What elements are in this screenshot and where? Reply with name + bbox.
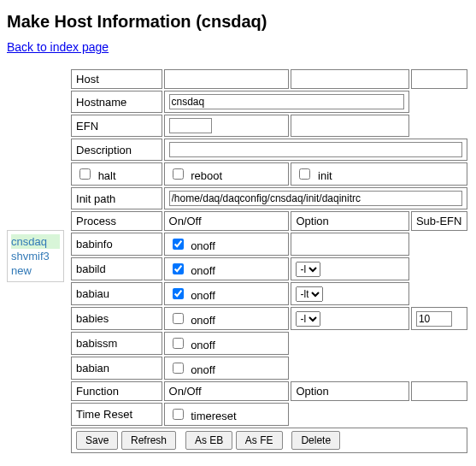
host-header: Host xyxy=(71,69,162,89)
onoff-label: onoff xyxy=(191,264,215,277)
save-button[interactable]: Save xyxy=(76,431,118,450)
hostname-label: Hostname xyxy=(71,91,162,113)
proc-name: babian xyxy=(71,357,162,380)
babild-option-select[interactable]: -l xyxy=(296,262,320,277)
onoff-label: onoff xyxy=(191,363,215,376)
onoff-label: onoff xyxy=(191,339,215,351)
delete-button[interactable]: Delete xyxy=(291,431,340,450)
desc-input[interactable] xyxy=(169,142,462,157)
proc-row: babissm onoff xyxy=(71,332,467,355)
proc-row: babian onoff xyxy=(71,357,467,380)
proc-name: babiau xyxy=(71,282,162,305)
timereset-label: timereset xyxy=(191,410,236,422)
process-header: Process xyxy=(71,211,162,231)
babies-subefn-input[interactable] xyxy=(416,311,452,327)
reboot-checkbox[interactable] xyxy=(173,168,184,180)
subefn-header: Sub-EFN xyxy=(411,211,467,231)
config-table: Host Hostname EFN Description xyxy=(69,68,469,455)
desc-label: Description xyxy=(71,139,162,161)
init-label: init xyxy=(318,169,332,182)
initpath-label: Init path xyxy=(71,187,162,209)
refresh-button[interactable]: Refresh xyxy=(121,431,176,450)
func-onoff-header: On/Off xyxy=(164,381,290,401)
func-name: Time Reset xyxy=(71,403,162,426)
proc-row: babies onoff -l xyxy=(71,307,467,330)
onoff-header: On/Off xyxy=(164,211,290,231)
efn-label: EFN xyxy=(71,115,162,137)
proc-name: babies xyxy=(71,307,162,330)
func-option-header: Option xyxy=(291,381,408,401)
halt-checkbox[interactable] xyxy=(79,168,91,180)
babissm-onoff-checkbox[interactable] xyxy=(173,338,184,349)
babiau-option-select[interactable]: -lt xyxy=(296,286,323,302)
onoff-label: onoff xyxy=(191,289,215,302)
proc-row: babinfo onoff xyxy=(71,233,467,256)
babinfo-onoff-checkbox[interactable] xyxy=(173,239,184,250)
proc-row: babiau onoff -lt xyxy=(71,282,467,305)
as-fe-button[interactable]: As FE xyxy=(236,431,283,450)
proc-name: babinfo xyxy=(71,233,162,256)
option-header: Option xyxy=(291,211,408,231)
hostname-input[interactable] xyxy=(169,94,404,109)
timereset-checkbox[interactable] xyxy=(173,409,184,420)
initpath-input[interactable] xyxy=(169,191,462,206)
babild-onoff-checkbox[interactable] xyxy=(173,263,184,274)
page-title: Make Host Information (cnsdaq) xyxy=(7,12,469,32)
back-link[interactable]: Back to index page xyxy=(7,40,109,54)
func-row: Time Reset timereset xyxy=(71,403,467,426)
host-sidebar: cnsdaq shvmif3 new xyxy=(7,230,64,282)
proc-name: babissm xyxy=(71,332,162,355)
babiau-onoff-checkbox[interactable] xyxy=(173,288,184,299)
babian-onoff-checkbox[interactable] xyxy=(173,363,184,374)
proc-name: babild xyxy=(71,257,162,280)
function-header: Function xyxy=(71,381,162,401)
halt-label: halt xyxy=(98,169,116,182)
init-checkbox[interactable] xyxy=(299,168,310,180)
onoff-label: onoff xyxy=(191,314,215,327)
sidebar-item-shvmif3[interactable]: shvmif3 xyxy=(11,249,60,263)
babies-option-select[interactable]: -l xyxy=(296,311,320,327)
proc-row: babild onoff -l xyxy=(71,257,467,280)
sidebar-item-cnsdaq[interactable]: cnsdaq xyxy=(11,234,60,249)
as-eb-button[interactable]: As EB xyxy=(185,431,232,450)
sidebar-item-new[interactable]: new xyxy=(11,263,60,278)
onoff-label: onoff xyxy=(191,239,215,252)
babies-onoff-checkbox[interactable] xyxy=(173,313,184,324)
reboot-label: reboot xyxy=(191,169,222,182)
efn-input[interactable] xyxy=(169,118,212,133)
